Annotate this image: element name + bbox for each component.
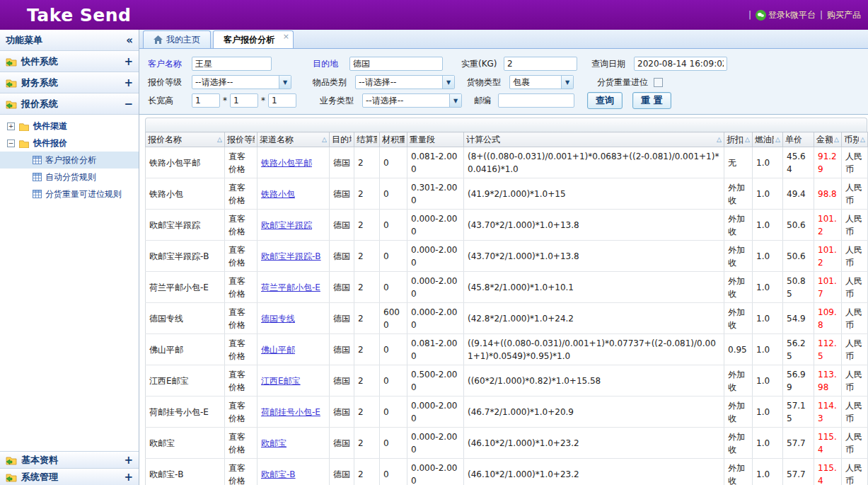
expander-minus-icon[interactable]: − [7, 139, 15, 147]
column-header[interactable]: 渠道名称 △ [257, 132, 330, 147]
column-header[interactable]: 重量段 △ [407, 132, 464, 147]
sidebar-item-system-management[interactable]: 系统管理 + [0, 468, 139, 485]
channel-link[interactable]: 欧邮宝半跟踪 [261, 220, 312, 230]
fuel-surcharge-cell: 1.0 [753, 365, 783, 396]
table-row[interactable]: 欧邮宝 直客价格 欧邮宝 德国 2 0 0.000-2.000 (46.10*2… [146, 428, 868, 459]
table-row[interactable]: 欧邮宝半跟踪 直客价格 欧邮宝半跟踪 德国 2 0 0.000-2.000 (4… [146, 210, 868, 241]
table-row[interactable]: 欧邮宝半跟踪-B 直客价格 欧邮宝半跟踪-B 德国 2 0 0.000-2.00… [146, 241, 868, 272]
tree-leaf-customer-quote-analysis[interactable]: 客户报价分析 [0, 152, 139, 169]
tree-node-express-channel[interactable]: + 快件渠道 [0, 118, 139, 135]
sidebar-item-finance-system[interactable]: 财务系统 + [0, 72, 139, 93]
height-input[interactable] [268, 93, 296, 108]
weight-range-cell: 0.000-2.000 [407, 272, 464, 303]
column-header[interactable]: 计算公式 △ [464, 132, 724, 147]
table-row[interactable]: 德国专线 直客价格 德国专线 德国 2 6000 0.000-2.000 (42… [146, 303, 868, 334]
expand-plus-icon[interactable]: + [124, 55, 133, 68]
channel-link[interactable]: 江西E邮宝 [261, 376, 301, 386]
expand-plus-icon[interactable]: + [124, 471, 133, 484]
buy-product-link[interactable]: 购买产品 [827, 9, 861, 21]
channel-link[interactable]: 欧邮宝 [261, 438, 287, 448]
quote-level-select[interactable]: --请选择-- ▼ [192, 75, 291, 89]
table-row[interactable]: 荷兰平邮小包-E 直客价格 荷兰平邮小包-E 德国 2 0 0.000-2.00… [146, 272, 868, 303]
tree-leaf-split-weight-carry-rules[interactable]: 分货重量可进位规则 [0, 186, 139, 202]
sidebar-item-basic-data[interactable]: 基本资料 + [0, 451, 139, 468]
discount-cell: 外加收 [724, 210, 753, 241]
channel-link[interactable]: 铁路小包 [261, 189, 295, 199]
folder-arrow-icon [6, 57, 17, 67]
column-header[interactable]: 报价等级 △ [225, 132, 257, 147]
sort-icon[interactable]: △ [320, 136, 327, 143]
expand-plus-icon[interactable]: + [124, 76, 133, 89]
sort-icon[interactable]: △ [833, 136, 839, 143]
table-row[interactable]: 江西E邮宝 直客价格 江西E邮宝 德国 2 0 0.500-2.000 ((60… [146, 365, 868, 396]
width-input[interactable] [230, 93, 258, 108]
channel-link[interactable]: 德国专线 [261, 314, 295, 324]
tab-customer-quote-analysis[interactable]: 客户报价分析 × [213, 30, 294, 48]
sort-icon[interactable]: △ [715, 136, 722, 143]
column-header[interactable]: 单价 △ [783, 132, 814, 147]
length-input[interactable] [192, 93, 220, 108]
column-header[interactable]: 金额 △ [814, 132, 842, 147]
settle-weight-cell: 2 [354, 272, 380, 303]
channel-link[interactable]: 荷邮挂号小包-E [261, 407, 320, 417]
column-header[interactable]: 燃油附加费 △ [753, 132, 783, 147]
channel-link[interactable]: 佛山平邮 [261, 345, 295, 355]
formula-cell: (46.10*2/1.000)*1.0+23.2 [464, 428, 724, 459]
column-header[interactable]: 折扣 △ [724, 132, 753, 147]
business-type-select[interactable]: --请选择-- ▼ [362, 93, 462, 108]
fuel-surcharge-cell: 1.0 [753, 303, 783, 334]
expand-plus-icon[interactable]: + [124, 454, 133, 467]
channel-link[interactable]: 荷兰平邮小包-E [261, 283, 320, 292]
sidebar-item-express-system[interactable]: 快件系统 + [0, 51, 139, 72]
table-row[interactable]: 铁路小包 直客价格 铁路小包 德国 2 0 0.301-2.000 (41.9*… [146, 178, 868, 210]
tree-node-express-quote[interactable]: − 快件报价 [0, 135, 139, 152]
table-row[interactable]: 佛山平邮 直客价格 佛山平邮 德国 2 0 0.081-2.000 ((9.14… [146, 334, 868, 365]
weight-range-cell: 0.000-2.000 [407, 428, 464, 459]
column-header[interactable]: 报价名称 △ [146, 132, 225, 147]
column-header[interactable]: 材积重量 △ [380, 132, 407, 147]
item-category-select[interactable]: --请选择-- ▼ [355, 75, 455, 89]
column-header[interactable]: 目的地 △ [330, 132, 354, 147]
goods-type-select[interactable]: 包裹 ▼ [509, 75, 574, 89]
grid-top-strip [145, 118, 867, 132]
collapse-sidebar-icon[interactable]: « [126, 34, 133, 47]
query-date-input[interactable] [634, 57, 727, 71]
currency-cell: 人民币 [842, 396, 868, 428]
sidebar-item-quote-system[interactable]: 报价系统 − [0, 93, 139, 115]
sort-icon[interactable]: △ [216, 136, 222, 143]
settle-weight-cell: 2 [354, 241, 380, 272]
sort-icon[interactable]: △ [743, 136, 750, 143]
chevron-down-icon: ▼ [449, 94, 461, 107]
destination-input[interactable] [349, 57, 443, 71]
customer-name-input[interactable] [192, 57, 272, 71]
collapse-minus-icon[interactable]: − [124, 98, 133, 110]
expander-plus-icon[interactable]: + [7, 122, 15, 130]
tree-leaf-auto-split-rules[interactable]: 自动分货规则 [0, 169, 139, 186]
column-header[interactable]: 结算重量 △ [354, 132, 380, 147]
volume-weight-cell: 0 [380, 178, 407, 210]
sort-icon[interactable]: △ [774, 136, 780, 143]
close-tab-icon[interactable]: × [283, 32, 289, 41]
reset-button[interactable]: 重 置 [632, 92, 671, 109]
table-row[interactable]: 荷邮挂号小包-E 直客价格 荷邮挂号小包-E 德国 2 0 0.000-2.00… [146, 396, 868, 428]
quote-level-cell: 直客价格 [225, 178, 257, 210]
sort-icon[interactable]: △ [859, 136, 865, 143]
table-row[interactable]: 铁路小包平邮 直客价格 铁路小包平邮 德国 2 0 0.081-2.000 (8… [146, 147, 868, 178]
currency-cell: 人民币 [842, 459, 868, 485]
split-weight-carry-checkbox[interactable] [654, 78, 663, 87]
channel-link[interactable]: 欧邮宝半跟踪-B [261, 251, 321, 261]
channel-link[interactable]: 欧邮宝-B [261, 469, 296, 479]
query-button[interactable]: 查询 [587, 92, 623, 109]
fuel-surcharge-cell: 1.0 [753, 334, 783, 365]
login-wechat-link[interactable]: 登录k微平台 [756, 9, 816, 21]
channel-link[interactable]: 铁路小包平邮 [261, 158, 312, 168]
tab-my-homepage[interactable]: 我的主页 [143, 30, 211, 48]
actual-weight-input[interactable] [504, 57, 577, 71]
postcode-input[interactable] [498, 93, 574, 108]
discount-cell: 外加收 [724, 178, 753, 210]
multiply-sign: * [223, 96, 227, 105]
amount-cell: 113.98 [814, 365, 842, 396]
table-row[interactable]: 欧邮宝-B 直客价格 欧邮宝-B 德国 2 0 0.000-2.000 (46.… [146, 459, 868, 485]
amount-cell: 115.4 [814, 428, 842, 459]
column-header[interactable]: 币别 △ [842, 132, 868, 147]
